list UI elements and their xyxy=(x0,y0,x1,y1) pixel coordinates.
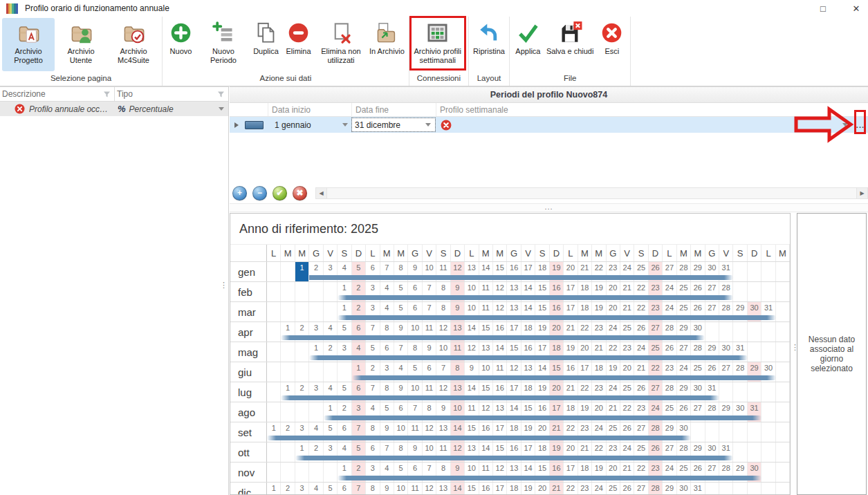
calendar-day-cell[interactable]: 27 xyxy=(634,483,648,495)
elimina-non-utilizzati-button[interactable]: Elimina non utilizzati xyxy=(315,18,367,71)
calendar-day-cell[interactable]: 28 xyxy=(649,483,663,495)
indicator-column-header xyxy=(230,103,243,116)
calendar-day-cell[interactable]: 30 xyxy=(677,483,691,495)
vertical-splitter-handle[interactable]: ⋮ xyxy=(220,283,228,287)
annual-calendar-panel: Anno di riferimento: 2025 LMMGVSDLMMGVSD… xyxy=(230,213,791,495)
weekday-letter: M xyxy=(394,245,408,261)
chevron-down-icon[interactable] xyxy=(219,107,224,111)
horizontal-splitter[interactable]: ... xyxy=(230,203,868,212)
horizontal-scrollbar[interactable]: ◀ ▶ xyxy=(315,187,868,199)
calendar-month-row-dic: dic1234567891011121314151617181920212223… xyxy=(230,483,790,495)
chevron-down-icon[interactable] xyxy=(842,123,848,127)
navigator-cancel-button[interactable]: ✖ xyxy=(293,186,307,200)
calendar-day-cell[interactable]: 7 xyxy=(352,483,366,495)
calendar-day-cell[interactable]: 23 xyxy=(578,483,592,495)
archivio-mc4suite-button[interactable]: Archivio Mc4Suite xyxy=(107,18,160,71)
profile-descrizione-cell[interactable]: Profilo annuale occup... xyxy=(0,102,115,116)
filter-funnel-icon[interactable] xyxy=(103,91,111,98)
close-button[interactable]: ✕ xyxy=(846,2,867,15)
maximize-button[interactable]: □ xyxy=(813,2,833,15)
archivio-profili-settimanali-button[interactable]: Archivio profili settimanali xyxy=(412,18,464,71)
calendar-day-cell[interactable]: 10 xyxy=(394,483,408,495)
weekday-letter: V xyxy=(719,245,733,261)
calendar-day-cell[interactable]: 16 xyxy=(479,483,493,495)
calendar-day-cell[interactable]: 20 xyxy=(535,483,549,495)
calendar-day-cell[interactable]: 8 xyxy=(366,483,380,495)
calendar-empty-cell xyxy=(776,302,790,321)
calendar-day-cell[interactable]: 31 xyxy=(691,483,705,495)
calendar-empty-cell xyxy=(776,422,790,442)
weekday-letter: D xyxy=(649,245,663,261)
data-fine-combobox[interactable]: 31 dicembre xyxy=(352,118,435,131)
calendar-day-cell[interactable]: 4 xyxy=(309,483,323,495)
calendar-grid: LMMGVSDLMMGVSDLMMGVSDLMMGVSDLMMGVSDLMgen… xyxy=(230,244,790,495)
scroll-right-icon[interactable]: ▶ xyxy=(856,188,867,198)
calendar-day-cell[interactable]: 24 xyxy=(592,483,606,495)
no-data-message: Nessun dato associato al giorno selezion… xyxy=(799,335,865,373)
ribbon-button-label: Esci xyxy=(605,47,620,56)
data-fine-cell[interactable]: 31 dicembre xyxy=(352,118,436,131)
esci-button[interactable]: Esci xyxy=(595,18,628,71)
weekday-letter: S xyxy=(634,245,648,261)
in-archivio-button[interactable]: In Archivio xyxy=(367,18,407,71)
archivio-utente-button[interactable]: Archivio Utente xyxy=(55,18,107,71)
scroll-left-icon[interactable]: ◀ xyxy=(316,188,327,198)
applica-button[interactable]: Applica xyxy=(512,18,544,71)
ribbon-group: ApplicaSalva e chiudiEsciFile xyxy=(510,17,631,86)
calendar-day-cell[interactable]: 21 xyxy=(550,483,564,495)
calendar-day-cell[interactable]: 3 xyxy=(295,483,309,495)
calendar-day-cell[interactable]: 22 xyxy=(564,483,578,495)
weekday-letter: S xyxy=(338,245,351,261)
calendar-day-cell[interactable]: 9 xyxy=(380,483,394,495)
calendar-day-cell[interactable]: 11 xyxy=(408,483,422,495)
archivio-progetto-button[interactable]: Archivio Progetto xyxy=(2,18,55,71)
column-header-data-fine[interactable]: Data fine xyxy=(352,103,436,116)
data-inizio-cell[interactable]: 1 gennaio xyxy=(268,120,352,130)
navigator-append-button[interactable]: + xyxy=(232,186,247,200)
navigator-delete-button[interactable]: − xyxy=(252,186,267,200)
calendar-day-cell[interactable]: 1 xyxy=(295,262,309,281)
calendar-empty-cell xyxy=(267,442,281,462)
chevron-down-icon[interactable] xyxy=(342,123,348,127)
calendar-empty-cell xyxy=(719,382,733,402)
elimina-button[interactable]: Elimina xyxy=(282,18,315,71)
column-header-profilo-settimanale[interactable]: Profilo settimanale xyxy=(436,103,868,116)
calendar-day-cell[interactable]: 2 xyxy=(281,483,295,495)
calendar-day-cell[interactable]: 14 xyxy=(451,483,465,495)
calendar-day-cell[interactable]: 1 xyxy=(267,483,281,495)
calendar-day-cell[interactable]: 19 xyxy=(521,483,535,495)
calendar-empty-cell xyxy=(281,342,295,362)
calendar-day-cell[interactable]: 15 xyxy=(465,483,479,495)
period-color-swatch[interactable] xyxy=(245,121,264,129)
profile-row[interactable]: Profilo annuale occup... % Percentuale xyxy=(0,102,228,116)
calendar-day-cell[interactable]: 26 xyxy=(620,483,634,495)
period-row[interactable]: 1 gennaio 31 dicembre ... xyxy=(230,117,868,133)
calendar-month-row-mag: mag1234567891011121314151617181920212223… xyxy=(230,342,790,362)
calendar-day-cell[interactable]: 12 xyxy=(423,483,436,495)
calendar-empty-cell xyxy=(761,422,775,442)
nuovo-periodo-button[interactable]: Nuovo Periodo xyxy=(197,18,250,71)
calendar-day-cell[interactable]: 25 xyxy=(607,483,620,495)
calendar-empty-cell xyxy=(761,442,775,462)
calendar-day-cell[interactable]: 29 xyxy=(663,483,676,495)
profile-tipo-cell[interactable]: % Percentuale xyxy=(115,102,228,116)
calendar-day-cell[interactable]: 5 xyxy=(324,483,338,495)
ripristina-button[interactable]: Ripristina xyxy=(471,18,507,71)
duplica-button[interactable]: Duplica xyxy=(250,18,282,71)
salva-e-chiudi-button[interactable]: Salva e chiudi xyxy=(544,18,596,71)
nuovo-button[interactable]: Nuovo xyxy=(165,18,197,71)
calendar-empty-cell xyxy=(761,342,775,362)
calendar-day-cell[interactable]: 13 xyxy=(436,483,450,495)
column-header-tipo[interactable]: Tipo xyxy=(115,87,228,101)
navigator-endedit-button[interactable]: ✔ xyxy=(273,186,287,200)
chevron-down-icon[interactable] xyxy=(425,123,431,127)
calendar-day-cell[interactable]: 17 xyxy=(493,483,507,495)
profile-tipo-value: Percentuale xyxy=(129,104,174,114)
column-header-descrizione[interactable]: Descrizione xyxy=(0,87,115,101)
calendar-day-cell[interactable]: 18 xyxy=(507,483,521,495)
ellipsis-button[interactable]: ... xyxy=(856,122,865,129)
calendar-day-cell[interactable]: 6 xyxy=(338,483,351,495)
filter-funnel-icon[interactable] xyxy=(217,91,225,98)
ribbon-toolbar: Archivio ProgettoArchivio UtenteArchivio… xyxy=(0,17,868,86)
column-header-data-inizio[interactable]: Data inizio xyxy=(268,103,352,116)
